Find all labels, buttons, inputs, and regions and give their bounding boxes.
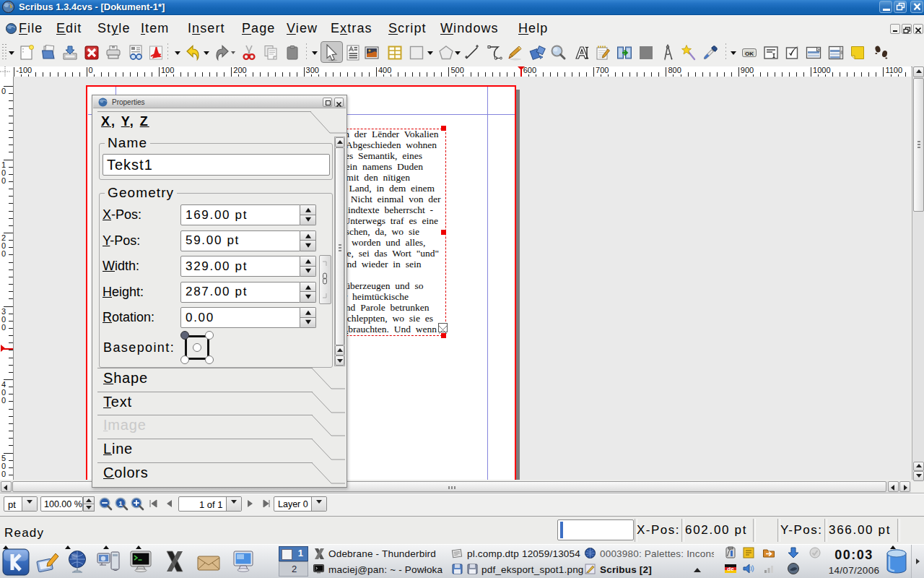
svg-text:OK: OK (745, 51, 754, 57)
svg-text:de: de (727, 566, 734, 572)
svg-text:1: 1 (118, 500, 122, 507)
